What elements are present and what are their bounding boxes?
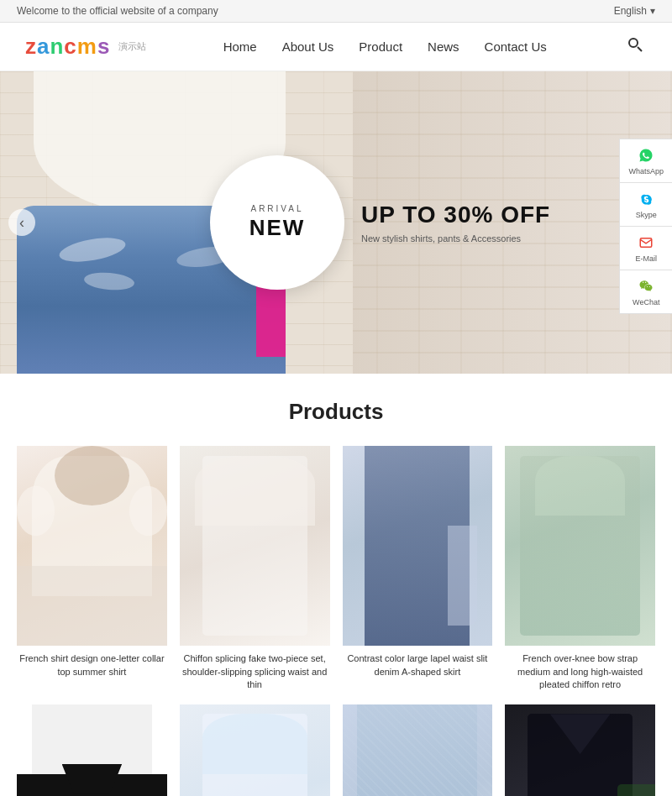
hero-arrow-left[interactable]: ‹	[8, 209, 35, 236]
social-sidebar: WhatsApp Skype E-Mail WeChat	[619, 139, 672, 314]
products-grid: French shirt design one-letter collar to…	[17, 446, 655, 796]
product-image-4	[505, 446, 655, 646]
product-image-3	[343, 446, 493, 646]
hero-arrival-text: ARRIVAL	[250, 204, 303, 213]
email-icon	[637, 233, 655, 252]
main-nav: Home About Us Product News Contact Us	[223, 39, 547, 54]
product-card-4[interactable]: French over-knee bow strap medium and lo…	[505, 446, 655, 692]
social-wechat[interactable]: WeChat	[620, 270, 672, 313]
logo-subtitle: 演示站	[118, 40, 146, 53]
email-label: E-Mail	[635, 254, 657, 263]
nav-home[interactable]: Home	[223, 39, 257, 54]
skype-label: Skype	[636, 211, 657, 219]
hero-text-block: UP TO 30% OFF New stylish shirts, pants …	[361, 202, 550, 244]
product-card-8[interactable]: Solid color waist V-neck sleeveless part…	[505, 704, 655, 797]
language-chevron: ▾	[650, 5, 655, 17]
products-title: Products	[17, 399, 655, 425]
wechat-label: WeChat	[633, 298, 659, 306]
whatsapp-label: WhatsApp	[628, 167, 664, 175]
product-card-2[interactable]: Chiffon splicing fake two-piece set, sho…	[180, 446, 330, 692]
hero-banner: ARRIVAL NEW UP TO 30% OFF New stylish sh…	[0, 71, 672, 374]
wechat-icon	[637, 277, 655, 296]
language-label: English	[614, 5, 647, 17]
search-icon	[627, 36, 643, 53]
product-name-1: French shirt design one-letter collar to…	[17, 652, 167, 678]
whatsapp-icon	[637, 146, 655, 165]
welcome-text: Welcome to the official website of a com…	[17, 5, 218, 17]
skype-icon	[637, 190, 655, 208]
nav-about[interactable]: About Us	[282, 39, 334, 54]
product-image-5	[17, 704, 167, 797]
product-card-5[interactable]: SUIT COLLAR BLACK AND WHITE SPLICING SEV…	[17, 704, 167, 797]
product-image-8	[505, 704, 655, 797]
logo-wordmark: zancms	[25, 34, 110, 60]
nav-product[interactable]: Product	[359, 39, 402, 54]
social-skype[interactable]: Skype	[620, 183, 672, 227]
language-selector[interactable]: English ▾	[614, 5, 655, 17]
product-card-3[interactable]: Contrast color large lapel waist slit de…	[343, 446, 493, 692]
hero-description: New stylish shirts, pants & Accessories	[361, 233, 550, 244]
social-whatsapp[interactable]: WhatsApp	[620, 139, 672, 183]
site-header: zancms 演示站 Home About Us Product News Co…	[0, 23, 672, 71]
nav-news[interactable]: News	[428, 39, 459, 54]
svg-line-1	[638, 47, 642, 51]
product-card-1[interactable]: French shirt design one-letter collar to…	[17, 446, 167, 692]
product-card-6[interactable]: Slim-fit hip-wrapped shoulder-knitted fi…	[180, 704, 330, 797]
svg-point-0	[629, 39, 638, 47]
top-bar: Welcome to the official website of a com…	[0, 0, 672, 23]
hero-badge: ARRIVAL NEW	[210, 155, 344, 290]
product-name-4: French over-knee bow strap medium and lo…	[505, 652, 655, 691]
product-card-7[interactable]: Elegant Jacquard Loose Long Sleeve Dress	[343, 704, 493, 797]
products-section: Products French shirt design one-letter …	[0, 374, 672, 796]
search-button[interactable]	[623, 33, 647, 60]
hero-new-text: NEW	[249, 215, 306, 241]
social-email[interactable]: E-Mail	[620, 227, 672, 270]
product-image-6	[180, 704, 330, 797]
nav-contact[interactable]: Contact Us	[485, 39, 547, 54]
product-name-2: Chiffon splicing fake two-piece set, sho…	[180, 652, 330, 691]
hero-discount-text: UP TO 30% OFF	[361, 202, 550, 228]
product-image-7	[343, 704, 493, 797]
logo[interactable]: zancms 演示站	[25, 34, 146, 60]
product-image-2	[180, 446, 330, 646]
product-name-3: Contrast color large lapel waist slit de…	[343, 652, 493, 678]
product-image-1	[17, 446, 167, 646]
